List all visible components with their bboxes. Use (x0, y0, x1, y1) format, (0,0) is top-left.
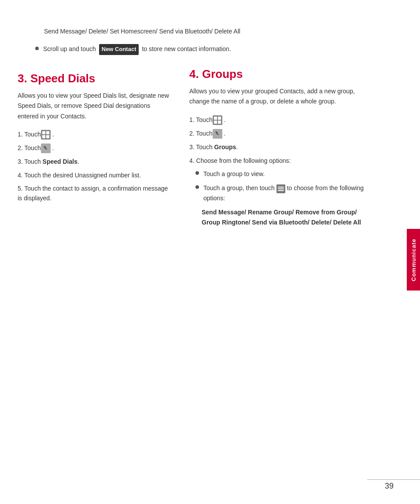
bullet-dot-2 (195, 185, 199, 189)
bullet-dot (35, 47, 39, 50)
scroll-bullet: Scroll up and touch New Contact to store… (18, 44, 402, 55)
phone-icon (41, 143, 51, 153)
groups-grid-icon (213, 115, 222, 125)
communicate-sidebar-tab: Communicate (407, 229, 420, 291)
groups-step2: 2. Touch . (189, 129, 374, 139)
groups-step3: 3. Touch Groups. (189, 142, 374, 152)
menu-icon (276, 184, 285, 193)
speed-dials-body: Allows you to view your Speed Dials list… (18, 91, 172, 121)
speed-dials-step4: 4. Touch the desired Unassigned number l… (18, 170, 172, 180)
groups-sub-bullet1: Touch a group to view. (189, 169, 374, 179)
right-column: 4. Groups Allows you to view your groupe… (185, 67, 374, 227)
svg-rect-3 (278, 187, 284, 188)
groups-body: Allows you to view your grouped Contacts… (189, 86, 374, 107)
speed-dials-step1: 1. Touch . (18, 129, 172, 140)
page-number: 39 (385, 482, 394, 491)
new-contact-button: New Contact (99, 44, 139, 55)
speed-dials-title: 3. Speed Dials (18, 72, 172, 85)
speed-dials-step3: 3. Touch Speed Dials. (18, 157, 172, 166)
groups-step4: 4. Choose from the following options: (189, 156, 374, 166)
groups-phone-icon (213, 129, 222, 139)
groups-title: 4. Groups (189, 67, 374, 81)
svg-rect-4 (278, 188, 284, 189)
sidebar-label: Communicate (410, 239, 417, 281)
divider-line (367, 479, 420, 480)
send-delete-text: Send Message/ Delete/ Set Homescreen/ Se… (18, 26, 402, 36)
speed-dials-step2: 2. Touch . (18, 143, 172, 153)
svg-rect-5 (278, 190, 284, 191)
scroll-text: Scroll up and touch New Contact to store… (43, 44, 231, 55)
top-section: Send Message/ Delete/ Set Homescreen/ Se… (0, 26, 420, 67)
grid-icon (41, 130, 51, 140)
groups-sub-bullet2: Touch a group, then touch to choose from… (189, 183, 374, 203)
groups-bullet2-text: Touch a group, then touch to choose from… (203, 183, 374, 203)
page: Send Message/ Delete/ Set Homescreen/ Se… (0, 0, 420, 504)
bullet-dot-1 (195, 171, 199, 175)
groups-step1: 1. Touch . (189, 115, 374, 125)
speed-dials-step5: 5. Touch the contact to assign, a confir… (18, 184, 172, 203)
groups-options-text: Send Message/ Rename Group/ Remove from … (189, 207, 374, 227)
columns: 3. Speed Dials Allows you to view your S… (0, 67, 420, 227)
groups-bullet1-text: Touch a group to view. (203, 169, 265, 179)
left-column: 3. Speed Dials Allows you to view your S… (18, 67, 185, 207)
